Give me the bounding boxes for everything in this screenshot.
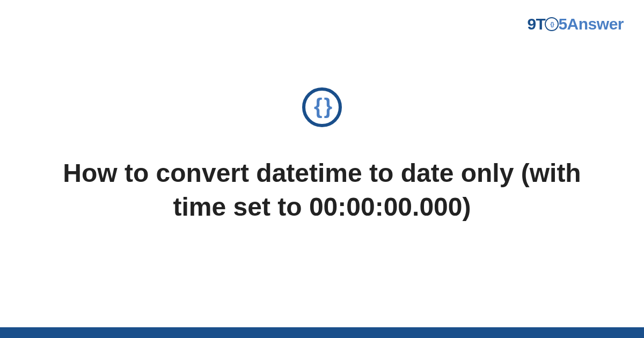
- question-title: How to convert datetime to date only (wi…: [54, 156, 590, 224]
- main-content: { } How to convert datetime to date only…: [0, 0, 644, 327]
- code-braces-icon: { }: [314, 95, 330, 117]
- footer-bar: [0, 327, 644, 338]
- category-badge: { }: [302, 87, 342, 127]
